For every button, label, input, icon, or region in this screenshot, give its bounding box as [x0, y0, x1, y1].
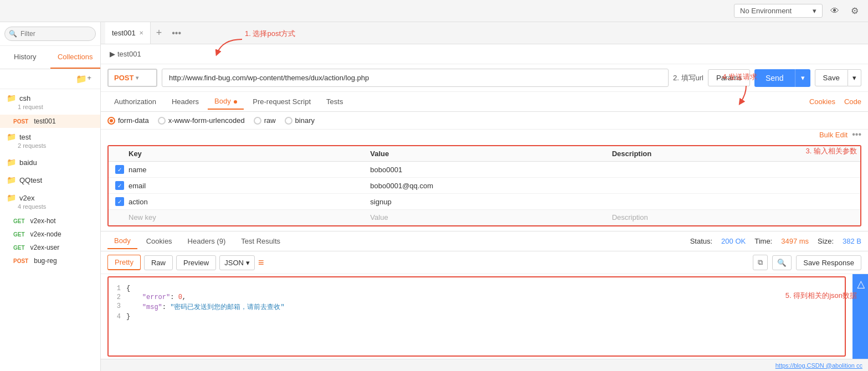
- method-badge-get: GET: [11, 244, 27, 251]
- send-button[interactable]: Send: [754, 69, 795, 87]
- csdn-link[interactable]: https://blog.CSDN @abolition cc: [775, 362, 862, 369]
- collection-qqtest[interactable]: 📁 QQtest: [0, 171, 100, 189]
- param-value-email[interactable]: bobo0001@qq.com: [370, 182, 612, 190]
- params-table: Key Value Description ✓ name bobo0001 ✓ …: [107, 145, 861, 226]
- save-button[interactable]: Save: [815, 69, 848, 86]
- col-header-key: Key: [129, 150, 370, 158]
- radio-form-data[interactable]: form-data: [107, 116, 149, 125]
- tab-test001[interactable]: test001 ✕: [105, 22, 151, 44]
- save-button-group: Save ▾: [815, 69, 861, 86]
- response-tab-headers[interactable]: Headers (9): [181, 234, 233, 249]
- code-line-2: 2 "error": 0,: [109, 293, 845, 302]
- env-selector[interactable]: No Environment ▾: [734, 4, 823, 18]
- request-title-text: test001: [117, 50, 141, 58]
- response-format-toolbar: Pretty Raw Preview JSON ▾ ≡ ⧉ 🔍 Save Res…: [101, 251, 868, 274]
- param-value-name[interactable]: bobo0001: [370, 166, 612, 174]
- preview-button[interactable]: Preview: [176, 255, 216, 270]
- new-value-placeholder[interactable]: Value: [370, 213, 612, 221]
- params-region: Bulk Edit ••• Key Value Description ✓ na…: [101, 130, 868, 231]
- method-badge-post: POST: [11, 118, 30, 125]
- param-value-action[interactable]: signup: [370, 198, 612, 206]
- chevron-down-icon: ▾: [246, 259, 250, 267]
- radio-raw[interactable]: raw: [254, 116, 276, 125]
- tab-collections[interactable]: Collections: [50, 46, 101, 69]
- checkbox-name[interactable]: ✓: [115, 165, 124, 174]
- search-response-button[interactable]: 🔍: [772, 255, 792, 270]
- request-item-v2ex-node[interactable]: GET v2ex-node: [0, 228, 100, 241]
- save-response-button[interactable]: Save Response: [796, 255, 861, 270]
- json-format-selector[interactable]: JSON ▾: [219, 255, 255, 270]
- add-folder-button[interactable]: 📁+: [71, 71, 96, 86]
- radio-binary[interactable]: binary: [285, 116, 315, 125]
- method-label: POST: [114, 74, 133, 82]
- table-row-new: New key Value Description: [109, 210, 860, 225]
- status-value: 200 OK: [721, 237, 746, 245]
- add-tab-button[interactable]: +: [151, 27, 168, 39]
- request-item-v2ex-hot[interactable]: GET v2ex-hot: [0, 214, 100, 228]
- more-params-icon[interactable]: •••: [852, 130, 861, 140]
- radio-dot-form-data: [107, 117, 115, 125]
- response-tab-cookies[interactable]: Cookies: [140, 234, 179, 249]
- collection-v2ex[interactable]: 📁 v2ex 4 requests: [0, 189, 100, 214]
- pretty-button[interactable]: Pretty: [107, 255, 141, 270]
- eye-icon-button[interactable]: 👁: [827, 3, 843, 19]
- line-content: {: [126, 285, 130, 292]
- side-icon: ▷: [854, 281, 866, 288]
- response-code-area-wrapper: 1 { 2 "error": 0, 3: [101, 274, 868, 359]
- body-type-selector: form-data x-www-form-urlencoded raw bina…: [101, 112, 868, 130]
- close-tab-icon[interactable]: ✕: [139, 30, 143, 36]
- param-key-email[interactable]: email: [129, 182, 370, 190]
- tab-history[interactable]: History: [0, 46, 50, 69]
- params-button[interactable]: Params: [708, 69, 750, 86]
- url-bar: POST ▾ 2. 填写url Params Send ▾ Save ▾: [101, 64, 868, 92]
- folder-icon: 📁: [7, 176, 16, 184]
- response-tabs-bar: Body Cookies Headers (9) Test Results St…: [101, 231, 868, 251]
- folder-icon: 📁: [7, 193, 16, 202]
- response-toolbar-right: ⧉ 🔍 Save Response: [753, 255, 861, 270]
- tab-body[interactable]: Body: [208, 94, 244, 110]
- tab-authorization[interactable]: Authorization: [107, 94, 163, 109]
- new-key-placeholder[interactable]: New key: [129, 213, 370, 221]
- save-dropdown-button[interactable]: ▾: [848, 69, 861, 86]
- time-value: 3497 ms: [781, 237, 809, 245]
- collection-baidu[interactable]: 📁 baidu: [0, 153, 100, 171]
- gear-icon-button[interactable]: ⚙: [847, 3, 862, 19]
- sort-icon: ≡: [258, 257, 264, 269]
- checkbox-action[interactable]: ✓: [115, 197, 124, 206]
- method-selector[interactable]: POST ▾: [107, 69, 157, 87]
- table-row: ✓ email bobo0001@qq.com: [109, 178, 860, 194]
- radio-dot-urlencoded: [158, 117, 166, 125]
- tab-pre-request[interactable]: Pre-request Script: [246, 94, 317, 109]
- size-value: 382 B: [843, 237, 861, 245]
- request-item-test001[interactable]: POST test001: [0, 115, 100, 128]
- url-input[interactable]: [162, 69, 669, 87]
- copy-button[interactable]: ⧉: [753, 255, 768, 270]
- code-link[interactable]: Code: [844, 97, 861, 106]
- new-desc-placeholder[interactable]: Description: [612, 213, 854, 221]
- send-button-group: Send ▾: [754, 69, 810, 87]
- response-tab-body[interactable]: Body: [107, 233, 137, 249]
- collection-test[interactable]: 📁 test 2 requests: [0, 128, 100, 153]
- sidebar-search-area: 🔍: [0, 22, 100, 46]
- send-dropdown-button[interactable]: ▾: [795, 69, 810, 87]
- checkbox-email[interactable]: ✓: [115, 181, 124, 190]
- cookies-link[interactable]: Cookies: [809, 97, 835, 106]
- tab-tests[interactable]: Tests: [320, 94, 350, 109]
- response-side-indicator: ▷: [852, 274, 868, 359]
- tab-more-button[interactable]: •••: [167, 28, 186, 38]
- collection-sub: 4 requests: [7, 203, 94, 210]
- bulk-edit-link[interactable]: Bulk Edit: [819, 131, 848, 139]
- radio-dot-binary: [285, 117, 292, 125]
- request-item-bug-reg[interactable]: POST bug-reg: [0, 254, 100, 267]
- param-key-name[interactable]: name: [129, 166, 370, 174]
- param-key-action[interactable]: action: [129, 198, 370, 206]
- filter-input[interactable]: [4, 27, 96, 41]
- raw-button[interactable]: Raw: [144, 255, 173, 270]
- radio-urlencoded[interactable]: x-www-form-urlencoded: [158, 116, 245, 125]
- collection-csh[interactable]: 📁 csh 1 request: [0, 89, 100, 115]
- response-tab-test-results[interactable]: Test Results: [234, 234, 287, 249]
- request-item-v2ex-user[interactable]: GET v2ex-user: [0, 241, 100, 254]
- tab-headers[interactable]: Headers: [165, 94, 206, 109]
- time-label: Time:: [754, 237, 772, 245]
- collection-name: v2ex: [19, 194, 34, 202]
